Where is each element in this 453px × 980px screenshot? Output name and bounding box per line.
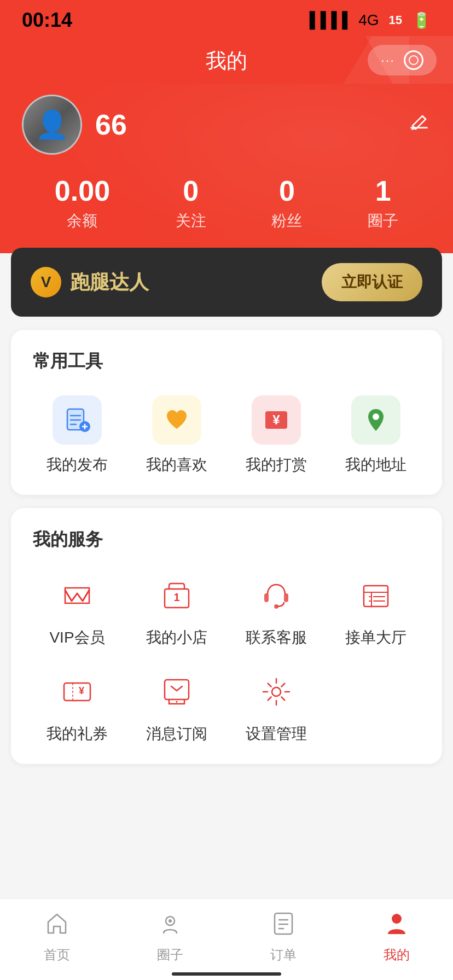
- nav-mine-label: 我的: [384, 946, 410, 964]
- service-shop-label: 我的小店: [146, 627, 207, 648]
- tool-publish[interactable]: 我的发布: [33, 395, 121, 475]
- nav-mine[interactable]: 我的: [340, 910, 453, 964]
- coupon-icon: ¥: [55, 670, 99, 714]
- vip-certify-button[interactable]: 立即认证: [322, 263, 422, 301]
- svg-text:1: 1: [173, 591, 179, 603]
- profile-section: 66 0.00 余额 0 关注 0: [0, 84, 453, 253]
- nav-home-label: 首页: [44, 946, 70, 964]
- vip-info: V 跑腿达人: [31, 267, 149, 298]
- svg-point-11: [373, 413, 379, 420]
- stat-following[interactable]: 0 关注: [176, 174, 206, 231]
- signal-bars-icon: ▌▌▌▌: [310, 11, 353, 29]
- stat-circle-value: 1: [368, 174, 398, 207]
- svg-rect-15: [284, 593, 288, 602]
- tools-section: 常用工具 我的发布: [11, 330, 442, 495]
- header-action-bar[interactable]: ···: [368, 45, 437, 75]
- nav-circle[interactable]: 圈子: [113, 910, 226, 964]
- stat-fans-label: 粉丝: [271, 211, 302, 231]
- stat-fans-value: 0: [271, 174, 302, 207]
- service-shop[interactable]: 1 我的小店: [132, 574, 221, 648]
- nav-circle-label: 圈子: [157, 946, 183, 964]
- status-bar: 00:14 ▌▌▌▌ 4G 15 🔋: [0, 0, 453, 36]
- service-support[interactable]: 联系客服: [232, 574, 321, 648]
- stat-circle[interactable]: 1 圈子: [368, 174, 398, 231]
- shop-icon: 1: [155, 574, 199, 617]
- service-subscribe-label: 消息订阅: [146, 724, 207, 744]
- svg-text:¥: ¥: [79, 685, 84, 696]
- svg-point-16: [274, 604, 278, 609]
- tool-reward-label: 我的打赏: [246, 454, 307, 475]
- tools-grid: 我的发布 我的喜欢 ¥ 我的打赏: [33, 395, 420, 475]
- support-icon: [254, 574, 298, 617]
- svg-rect-14: [264, 593, 269, 602]
- reward-icon: ¥: [252, 395, 301, 445]
- service-support-label: 联系客服: [246, 627, 307, 648]
- stat-following-label: 关注: [176, 211, 206, 231]
- like-icon: [152, 395, 201, 445]
- tool-reward[interactable]: ¥ 我的打赏: [232, 395, 321, 475]
- svg-point-31: [272, 687, 281, 696]
- camera-icon[interactable]: [404, 50, 423, 70]
- tool-address-label: 我的地址: [345, 454, 406, 475]
- tool-like-label: 我的喜欢: [146, 454, 207, 475]
- nav-order-label: 订单: [270, 946, 297, 964]
- more-options-icon[interactable]: ···: [381, 52, 395, 68]
- tool-address[interactable]: 我的地址: [332, 395, 420, 475]
- vip-member-icon: [55, 574, 99, 617]
- profile-row: 66: [22, 95, 431, 155]
- vip-badge-icon: V: [31, 267, 61, 298]
- address-icon: [351, 395, 400, 445]
- bottom-navigation: 首页 圈子 订单 我的: [0, 899, 453, 980]
- avatar-image: [24, 96, 80, 153]
- svg-rect-24: [64, 683, 90, 701]
- order-icon: [270, 910, 297, 942]
- tool-like[interactable]: 我的喜欢: [132, 395, 221, 475]
- service-subscribe[interactable]: 消息订阅: [132, 670, 221, 744]
- service-coupon[interactable]: ¥ 我的礼券: [33, 670, 121, 744]
- vip-banner[interactable]: V 跑腿达人 立即认证: [11, 248, 442, 317]
- services-grid: VIP会员 1 我的小店: [33, 574, 420, 744]
- stat-fans[interactable]: 0 粉丝: [271, 174, 302, 231]
- tool-publish-label: 我的发布: [47, 454, 108, 475]
- service-vip[interactable]: VIP会员: [33, 574, 121, 648]
- service-settings-label: 设置管理: [246, 724, 307, 744]
- battery-icon: 🔋: [412, 11, 431, 30]
- profile-left: 66: [22, 95, 127, 155]
- username: 66: [95, 108, 127, 141]
- nav-order[interactable]: 订单: [226, 910, 340, 964]
- status-time: 00:14: [22, 9, 72, 32]
- stat-balance-label: 余额: [55, 211, 110, 231]
- service-settings[interactable]: 设置管理: [232, 670, 321, 744]
- circle-icon: [157, 910, 183, 942]
- service-hall[interactable]: 接单大厅: [332, 574, 420, 648]
- stats-row: 0.00 余额 0 关注 0 粉丝 1 圈子: [22, 174, 431, 231]
- network-type: 4G: [358, 11, 379, 29]
- stat-following-value: 0: [176, 174, 206, 207]
- settings-icon: [254, 670, 298, 714]
- tools-section-title: 常用工具: [33, 349, 420, 374]
- stat-balance[interactable]: 0.00 余额: [55, 174, 110, 231]
- publish-icon: [53, 395, 102, 445]
- battery-level: 15: [385, 12, 406, 28]
- service-coupon-label: 我的礼券: [47, 724, 108, 744]
- edit-profile-icon[interactable]: [407, 110, 431, 139]
- svg-text:¥: ¥: [272, 412, 280, 427]
- page-title: 我的: [206, 47, 247, 75]
- home-indicator: [172, 972, 281, 976]
- nav-home[interactable]: 首页: [0, 910, 113, 964]
- stat-circle-label: 圈子: [368, 211, 398, 231]
- subscribe-icon: [155, 670, 199, 714]
- stat-balance-value: 0.00: [55, 174, 110, 207]
- home-icon: [44, 910, 70, 942]
- services-section: 我的服务 VIP会员 1: [11, 508, 442, 764]
- page-header: 我的 ···: [0, 36, 453, 84]
- svg-point-33: [169, 919, 172, 923]
- vip-title: 跑腿达人: [70, 269, 149, 296]
- avatar[interactable]: [22, 95, 82, 155]
- service-hall-label: 接单大厅: [345, 627, 406, 648]
- status-icons: ▌▌▌▌ 4G 15 🔋: [310, 11, 431, 30]
- services-section-title: 我的服务: [33, 528, 420, 552]
- service-vip-label: VIP会员: [49, 627, 104, 648]
- hall-icon: [354, 574, 398, 617]
- mine-icon: [384, 910, 410, 942]
